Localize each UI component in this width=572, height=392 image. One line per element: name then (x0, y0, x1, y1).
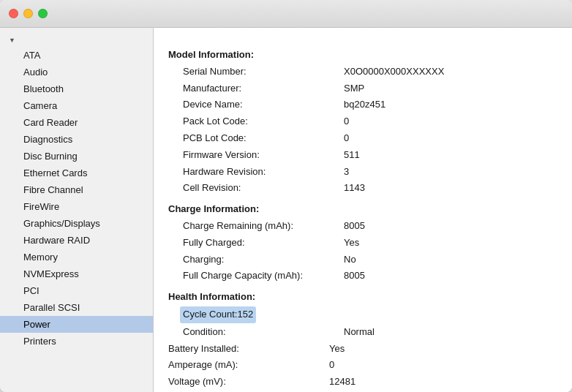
sidebar-item-ethernet-cards[interactable]: Ethernet Cards (0, 165, 153, 181)
sidebar: ▼ ATAAudioBluetoothCameraCard ReaderDiag… (0, 28, 154, 392)
info-label: Pack Lot Code: (183, 114, 344, 129)
info-value: X0O0000X000XXXXXX (344, 64, 444, 80)
info-value: 0 (344, 131, 349, 146)
info-label: Device Name: (183, 97, 344, 113)
titlebar (0, 0, 572, 28)
info-value: 3 (344, 165, 349, 180)
group-header-label: Charge Information: (168, 202, 329, 217)
info-label: Serial Number: (183, 64, 344, 80)
minimize-button[interactable] (23, 9, 33, 18)
info-row: Condition:Normal (168, 324, 557, 341)
group-header-label: Health Information: (168, 290, 329, 305)
info-label: Full Charge Capacity (mAh): (183, 268, 344, 284)
info-label: Condition: (183, 325, 344, 340)
maximize-button[interactable] (38, 9, 48, 18)
main-panel: Model Information:Serial Number:X0O0000X… (154, 28, 572, 392)
info-row: Charging:No (168, 252, 557, 268)
sidebar-item-power[interactable]: Power (0, 316, 153, 333)
footer-info-row: Voltage (mV):12481 (168, 374, 557, 391)
info-row: Firmware Version:511 (168, 147, 557, 164)
info-row: Serial Number:X0O0000X000XXXXXX (168, 64, 557, 80)
group-header: Charge Information: (168, 201, 557, 218)
info-label: Charge Remaining (mAh): (183, 219, 344, 234)
sidebar-item-diagnostics[interactable]: Diagnostics (0, 131, 153, 148)
info-row: Fully Charged:Yes (168, 235, 557, 252)
info-label: Hardware Revision: (183, 165, 344, 180)
info-row: Cell Revision:1143 (168, 180, 557, 197)
highlight-wrapper: Cycle Count:152 (180, 306, 256, 323)
sidebar-item-nvmexpress[interactable]: NVMExpress (0, 265, 153, 282)
info-value: Normal (344, 325, 375, 340)
info-value: 0 (344, 114, 349, 129)
info-row: Manufacturer:SMP (168, 80, 557, 97)
info-container: Model Information:Serial Number:X0O0000X… (168, 47, 557, 391)
info-label: Manufacturer: (183, 81, 344, 97)
main-window: ▼ ATAAudioBluetoothCameraCard ReaderDiag… (0, 0, 572, 392)
info-row: PCB Lot Code:0 (168, 130, 557, 147)
footer-info-row: Battery Installed:Yes (168, 341, 557, 358)
info-value: 8005 (344, 268, 365, 284)
sidebar-item-hardware-raid[interactable]: Hardware RAID (0, 232, 153, 249)
footer-info-row: Amperage (mA):0 (168, 357, 557, 374)
traffic-lights (9, 9, 48, 18)
footer-info-label: Voltage (mV): (168, 374, 329, 390)
sidebar-item-firewire[interactable]: FireWire (0, 198, 153, 215)
footer-info-value: 12481 (329, 374, 355, 390)
sidebar-item-camera[interactable]: Camera (0, 97, 153, 114)
footer-info-label: Battery Installed: (168, 342, 329, 357)
group-header: Health Information: (168, 289, 557, 306)
content-area: ▼ ATAAudioBluetoothCameraCard ReaderDiag… (0, 28, 572, 392)
sidebar-item-memory[interactable]: Memory (0, 249, 153, 265)
sidebar-item-graphics-displays[interactable]: Graphics/Displays (0, 215, 153, 232)
info-row: Charge Remaining (mAh):8005 (168, 218, 557, 235)
sidebar-item-pci[interactable]: PCI (0, 282, 153, 299)
info-value: 152 (237, 309, 253, 320)
info-label: Cell Revision: (183, 181, 344, 196)
sidebar-item-disc-burning[interactable]: Disc Burning (0, 148, 153, 165)
info-value: No (344, 252, 356, 268)
sidebar-section-header: ▼ (0, 34, 153, 47)
group-header: Model Information: (168, 47, 557, 64)
sidebar-items-list: ATAAudioBluetoothCameraCard ReaderDiagno… (0, 47, 153, 350)
footer-info-value: Yes (329, 342, 345, 357)
sidebar-item-parallel-scsi[interactable]: Parallel SCSI (0, 299, 153, 316)
sidebar-item-printers[interactable]: Printers (0, 333, 153, 350)
info-value: 1143 (344, 181, 365, 196)
sidebar-item-fibre-channel[interactable]: Fibre Channel (0, 181, 153, 198)
close-button[interactable] (9, 9, 18, 18)
footer-info-label: Amperage (mA): (168, 358, 329, 373)
info-value: bq20z451 (344, 97, 385, 113)
info-label: Cycle Count: (183, 309, 237, 320)
info-value: SMP (344, 81, 364, 97)
sidebar-item-ata[interactable]: ATA (0, 47, 153, 64)
info-row: Pack Lot Code:0 (168, 113, 557, 130)
sidebar-item-bluetooth[interactable]: Bluetooth (0, 80, 153, 97)
info-label: Fully Charged: (183, 235, 344, 251)
group-header-label: Model Information: (168, 48, 329, 63)
info-label: PCB Lot Code: (183, 131, 344, 146)
info-row: Full Charge Capacity (mAh):8005 (168, 268, 557, 284)
sidebar-item-card-reader[interactable]: Card Reader (0, 114, 153, 131)
info-label: Charging: (183, 252, 344, 268)
info-value: Yes (344, 235, 359, 251)
info-label: Firmware Version: (183, 148, 344, 163)
info-row: Hardware Revision:3 (168, 164, 557, 181)
sidebar-item-audio[interactable]: Audio (0, 64, 153, 80)
footer-info-value: 0 (329, 358, 334, 373)
info-value: 8005 (344, 219, 365, 234)
info-row: Device Name:bq20z451 (168, 97, 557, 113)
info-row: Cycle Count:152 (168, 306, 557, 324)
info-value: 511 (344, 148, 360, 163)
triangle-icon: ▼ (9, 37, 15, 44)
